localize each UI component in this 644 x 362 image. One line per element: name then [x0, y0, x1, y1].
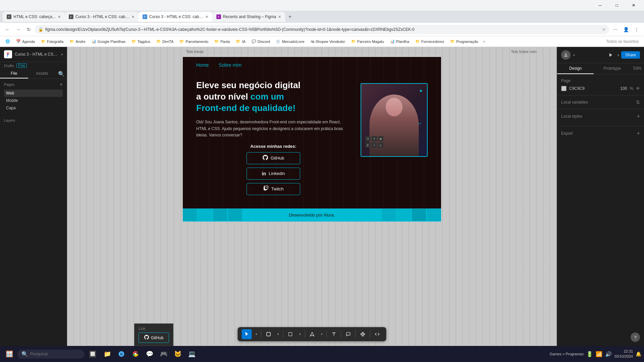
nav-sobre-link[interactable]: Sobre mim: [219, 62, 241, 68]
notification-icon[interactable]: 🔔: [636, 351, 641, 357]
taskbar-explorer[interactable]: 📁: [101, 347, 114, 361]
page-item-capa[interactable]: Capa: [4, 104, 63, 112]
bookmark-home[interactable]: 🌐: [3, 38, 13, 45]
bookmark-andre[interactable]: 📁 Andre: [67, 38, 88, 45]
linkedin-button[interactable]: in Linkedin: [247, 168, 300, 180]
bookmark-icon: 📁: [214, 39, 219, 44]
taskbar-edge[interactable]: [115, 347, 128, 361]
add-export-button[interactable]: +: [637, 130, 640, 136]
toolbar-divider: [370, 331, 370, 338]
frame-dropdown[interactable]: ▾: [276, 329, 281, 339]
zoom-level[interactable]: 53%: [631, 63, 644, 74]
taskbar: 🪟 🔍 🔲 📁 💬 🎮 🐱 💻 Games » Programas 🔋 📶 🔊: [0, 346, 644, 362]
pen-dropdown[interactable]: ▾: [319, 329, 325, 339]
windows-start-button[interactable]: 🪟: [3, 347, 16, 361]
frame-tool[interactable]: [264, 329, 274, 339]
taskbar-task-view[interactable]: 🔲: [86, 347, 99, 361]
comment-tool[interactable]: [343, 329, 354, 339]
new-tab-button[interactable]: +: [285, 12, 294, 21]
page-item-mobile[interactable]: Mobile: [4, 97, 63, 104]
taskbar-chrome[interactable]: [129, 347, 142, 361]
taskbar-clock[interactable]: 22:31 03/10/2024: [614, 349, 633, 359]
cursor-tool[interactable]: [242, 329, 252, 339]
bookmark-ia[interactable]: 📁 IA: [233, 38, 248, 45]
bookmark-planilha[interactable]: 📊 Planilha: [387, 38, 412, 45]
bookmark-programacao[interactable]: 📁 Programação: [447, 38, 481, 45]
browser-tab-4[interactable]: F Recents and Sharing – Figma ✕: [212, 12, 285, 22]
minimize-button[interactable]: ─: [592, 0, 608, 11]
pen-tool[interactable]: [307, 329, 317, 339]
avatar-dropdown[interactable]: ▾: [573, 53, 575, 57]
play-button[interactable]: [606, 50, 615, 60]
bookmark-agenda[interactable]: 📅 Agenda: [13, 38, 38, 45]
menu-button[interactable]: ⋮: [632, 25, 641, 34]
bookmark-parcelamento[interactable]: 📁 Parcelamento: [177, 38, 211, 45]
taskbar-discord[interactable]: 💬: [143, 347, 156, 361]
forward-button[interactable]: →: [13, 25, 23, 34]
local-variables-adjust-icon[interactable]: ⇅: [636, 100, 640, 105]
bookmark-planilhas[interactable]: 📊 Google Planilhas: [89, 38, 128, 45]
footer-pattern-right: [382, 209, 441, 221]
bookmark-fornecedores[interactable]: 📁 Fornecedores: [413, 38, 447, 45]
tab-prototype[interactable]: Prototype: [594, 63, 630, 74]
twitch-button[interactable]: Twitch: [247, 183, 300, 195]
hero-title-line1: Eleve seu negócio digital: [196, 80, 301, 90]
add-page-button[interactable]: +: [60, 81, 63, 87]
tab-close-3[interactable]: ✕: [205, 15, 208, 19]
maximize-button[interactable]: □: [609, 0, 625, 11]
taskbar-search-input[interactable]: [30, 352, 80, 356]
extensions-button[interactable]: ⋯: [610, 25, 620, 34]
github-button[interactable]: GitHub: [247, 152, 300, 164]
address-bar[interactable]: 🔒 figma.com/design/EUzvOlptaox0bZjU5uNTe…: [35, 25, 609, 34]
taskbar-steam[interactable]: 🎮: [157, 347, 170, 361]
tab-close-1[interactable]: ✕: [58, 15, 61, 19]
more-bookmarks-button[interactable]: »: [483, 39, 485, 44]
canvas-area[interactable]: Tela Inicial Tela Sobre mim Home Sobre m…: [67, 47, 557, 346]
browser-tab-3[interactable]: F Curso 3 - HTML e CSS: cabeça... ✕: [139, 12, 212, 22]
component-tool[interactable]: [358, 329, 368, 339]
back-button[interactable]: ←: [3, 25, 12, 34]
tab-close-4[interactable]: ✕: [278, 15, 281, 19]
search-icon[interactable]: 🔍: [56, 69, 67, 78]
add-style-button[interactable]: +: [637, 113, 640, 119]
color-hex-value: C9C9C9: [569, 86, 585, 91]
taskbar-search-bar[interactable]: 🔍: [17, 350, 85, 359]
code-tool[interactable]: [372, 329, 382, 339]
bookmark-parceiro[interactable]: 📁 Parceiro Magalu: [348, 38, 387, 45]
bookmark-paola[interactable]: 📁 Paola: [212, 38, 232, 45]
bookmark-fotografia[interactable]: 📁 Fotografia: [38, 38, 66, 45]
project-title: Curso 3 - HTML e CSS: cabe...: [15, 52, 58, 57]
tab-file[interactable]: File: [0, 69, 28, 78]
cursor-dropdown[interactable]: ▾: [254, 329, 259, 339]
visibility-toggle[interactable]: 👁: [636, 86, 640, 91]
rect-dropdown[interactable]: ▾: [298, 329, 303, 339]
close-button[interactable]: ✕: [626, 0, 641, 11]
share-button[interactable]: Share: [621, 51, 640, 59]
tab-assets[interactable]: Assets: [28, 69, 56, 78]
text-tool[interactable]: [329, 329, 339, 339]
bookmark-shopee[interactable]: 🛍 Shopee Vendedor: [308, 39, 348, 45]
bookmark-discord[interactable]: 💬 Discord: [249, 38, 273, 45]
pages-label: Pages: [4, 82, 14, 86]
play-dropdown[interactable]: ▾: [618, 53, 619, 57]
taskbar-vscode[interactable]: 💻: [185, 347, 199, 361]
reload-button[interactable]: ↻: [24, 25, 34, 34]
link-github-button[interactable]: GitHub: [139, 333, 169, 343]
sidebar-sub-header: Drafts Free: [0, 62, 67, 69]
chevron-down-icon[interactable]: ▾: [61, 53, 63, 56]
bookmark-tagplus[interactable]: 📁 Tagplus: [129, 38, 153, 45]
nav-home-link[interactable]: Home: [196, 62, 209, 68]
taskbar-app1[interactable]: 🐱: [171, 347, 184, 361]
help-button[interactable]: ?: [631, 333, 640, 342]
bookmark-derita[interactable]: 📁 DeriTA: [154, 38, 176, 45]
browser-tab-2[interactable]: F Curso 3 - HTML e CSS: cabeça... ✕: [65, 12, 139, 22]
tab-close-2[interactable]: ✕: [131, 15, 135, 19]
browser-tab-1[interactable]: F HTML e CSS: cabeça... ✕: [3, 12, 65, 22]
bookmark-mercadolivre[interactable]: 🛒 MercadoLivre: [273, 38, 307, 45]
tab-design[interactable]: Design: [557, 63, 594, 74]
page-item-web[interactable]: Web: [4, 89, 63, 97]
profile-button[interactable]: 👤: [621, 25, 631, 34]
color-swatch[interactable]: [561, 86, 567, 91]
rect-tool[interactable]: [285, 329, 296, 339]
star-icon[interactable]: ☆: [602, 27, 606, 32]
